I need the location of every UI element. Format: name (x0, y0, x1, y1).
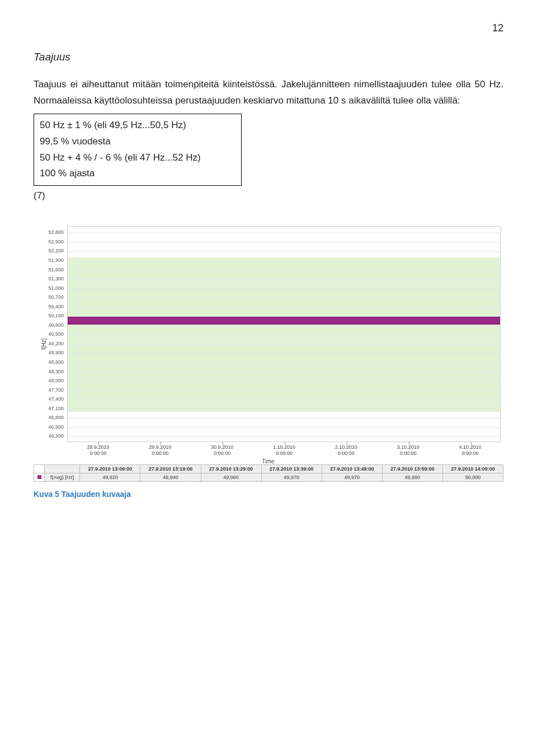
x-tick-label: 3.10.20100:00:00 (386, 444, 431, 457)
x-tick-label: 29.9.20100:00:00 (138, 444, 182, 457)
legend-series-marker-cell (34, 473, 45, 482)
box-line-2: 99,5 % vuodesta (40, 134, 235, 150)
tolerance-box: 50 Hz ± 1 % (eli 49,5 Hz...50,5 Hz) 99,5… (34, 114, 242, 186)
reference-number: (7) (34, 190, 503, 201)
legend-value-cell: 50,000 (442, 473, 503, 482)
data-series-line (68, 318, 500, 323)
x-axis-label: Time (262, 458, 275, 464)
y-tick-label: 50,100 (37, 313, 64, 318)
box-line-1: 50 Hz ± 1 % (eli 49,5 Hz...50,5 Hz) (40, 118, 235, 134)
legend-time-header: 27.9.2010 13:29:00 (201, 465, 261, 473)
legend-value-cell: 49,940 (140, 473, 201, 482)
legend-time-header: 27.9.2010 13:49:00 (322, 465, 382, 473)
y-tick-label: 48,600 (37, 360, 64, 365)
frequency-chart: f[Hz] Time 52,80052,50052,20051,90051,60… (34, 224, 503, 482)
x-tick-label: 28.9.20100:00:00 (76, 444, 120, 457)
legend-value-cell: 49,970 (322, 473, 382, 482)
legend-marker-header (34, 465, 45, 473)
chart-legend-table: 27.9.2010 13:09:0027.9.2010 13:19:0027.9… (34, 464, 503, 482)
figure-caption: Kuva 5 Taajuuden kuvaaja (34, 490, 503, 499)
y-tick-label: 49,800 (37, 323, 64, 328)
y-tick-label: 52,800 (37, 230, 64, 235)
y-tick-label: 51,600 (37, 267, 64, 273)
y-tick-label: 52,500 (37, 240, 64, 245)
x-tick-label: 1.10.20100:00:00 (262, 444, 307, 457)
section-heading: Taajuus (34, 51, 503, 63)
legend-series-name: f(Avg) [Hz] (45, 473, 80, 482)
chart-plot: f[Hz] Time 52,80052,50052,20051,90051,60… (34, 224, 503, 464)
plot-area (67, 226, 501, 442)
legend-value-cell: 49,920 (80, 473, 140, 482)
legend-time-header: 27.9.2010 14:09:00 (442, 465, 503, 473)
y-tick-label: 46,800 (37, 415, 64, 420)
y-tick-label: 51,000 (37, 286, 64, 291)
square-marker-icon (37, 475, 41, 479)
legend-value-cell: 49,990 (382, 473, 442, 482)
legend-time-header: 27.9.2010 13:59:00 (382, 465, 442, 473)
legend-value-cell: 49,970 (261, 473, 322, 482)
y-tick-label: 48,000 (37, 378, 64, 383)
paragraph-body: Taajuus ei aiheuttanut mitään toimenpite… (34, 77, 503, 109)
legend-time-header: 27.9.2010 13:09:00 (80, 465, 140, 473)
y-tick-label: 52,200 (37, 248, 64, 253)
x-tick-label: 2.10.20100:00:00 (324, 444, 369, 457)
y-tick-label: 51,900 (37, 258, 64, 263)
y-tick-label: 47,400 (37, 397, 64, 402)
legend-series-header (45, 465, 80, 473)
legend-time-header: 27.9.2010 13:19:00 (140, 465, 201, 473)
x-tick-label: 4.10.20100:00:00 (448, 444, 493, 457)
y-tick-label: 49,200 (37, 341, 64, 346)
y-tick-label: 47,700 (37, 388, 64, 393)
page-number: 12 (34, 22, 503, 34)
x-tick-label: 30.9.20100:00:00 (200, 444, 244, 457)
box-line-3: 50 Hz + 4 % / - 6 % (eli 47 Hz...52 Hz) (40, 150, 235, 166)
legend-time-header: 27.9.2010 13:39:00 (261, 465, 322, 473)
y-tick-label: 49,500 (37, 332, 64, 337)
y-tick-label: 46,500 (37, 425, 64, 430)
y-tick-label: 48,900 (37, 350, 64, 355)
legend-value-cell: 49,960 (201, 473, 261, 482)
y-tick-label: 48,300 (37, 369, 64, 374)
y-tick-label: 50,700 (37, 295, 64, 300)
box-line-4: 100 % ajasta (40, 166, 235, 182)
y-tick-label: 46,200 (37, 434, 64, 439)
y-tick-label: 47,100 (37, 406, 64, 411)
y-tick-label: 51,300 (37, 276, 64, 281)
y-tick-label: 50,400 (37, 304, 64, 309)
